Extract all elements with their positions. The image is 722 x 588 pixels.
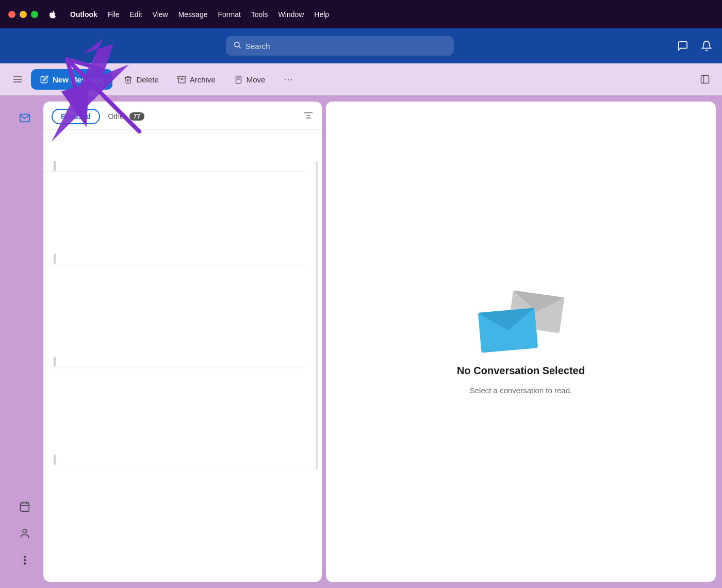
expand-button[interactable] [696,71,714,88]
email-list-panel: Focused Other 77 [43,102,322,582]
move-button[interactable]: Move [227,69,273,90]
sidebar-item-calendar[interactable] [13,495,36,518]
close-button[interactable] [8,11,15,18]
move-label: Move [247,75,266,84]
content-area: Focused Other 77 [43,102,716,582]
sidebar-item-mail[interactable] [13,107,36,129]
more-button[interactable]: ··· [276,69,300,90]
menubar: Outlook File Edit View Message Format To… [0,0,722,28]
tab-focused[interactable]: Focused [52,109,100,124]
reading-pane: No Conversation Selected Select a conver… [326,102,716,582]
sidebar-item-more[interactable] [13,549,36,572]
menubar-window[interactable]: Window [273,8,309,21]
svg-rect-5 [177,76,186,78]
svg-line-1 [239,46,240,48]
delete-label: Delete [136,75,158,84]
svg-point-19 [24,563,26,564]
menubar-tools[interactable]: Tools [246,8,273,21]
other-count-badge: 77 [129,112,144,121]
toolbar-right [676,39,714,53]
new-message-button[interactable]: New Message [31,69,112,90]
sidebar-toggle-button[interactable] [8,70,27,89]
delete-button[interactable]: Delete [117,69,166,90]
archive-label: Archive [190,75,216,84]
menubar-view[interactable]: View [147,8,173,21]
menubar-outlook[interactable]: Outlook [65,8,103,21]
new-message-label: New Message [53,75,103,84]
sidebar-bottom [13,495,36,577]
menubar-edit[interactable]: Edit [124,8,147,21]
minimize-button[interactable] [20,11,27,18]
search-bar[interactable]: Search [226,36,454,56]
apple-menu[interactable] [46,8,59,21]
no-conversation-subtitle: Select a conversation to read. [470,386,572,395]
toolbar: Search [0,28,722,63]
search-label: Search [245,42,270,51]
svg-point-17 [24,556,26,558]
envelope-illustration [480,289,562,350]
maximize-button[interactable] [31,11,38,18]
main-layout: Focused Other 77 [0,95,722,588]
svg-rect-10 [701,76,709,83]
more-icon: ··· [284,74,293,85]
svg-rect-12 [21,503,29,512]
menubar-format[interactable]: Format [212,8,245,21]
svg-point-16 [23,529,26,533]
window-controls [8,11,38,18]
email-list-body[interactable] [43,130,322,582]
email-tabs: Focused Other 77 [43,102,322,130]
search-icon [233,41,241,51]
no-conversation-title: No Conversation Selected [457,365,585,377]
chat-button[interactable] [676,39,690,53]
sidebar [6,102,43,582]
menubar-message[interactable]: Message [173,8,213,21]
svg-point-18 [24,560,26,561]
menubar-file[interactable]: File [103,8,125,21]
filter-icon[interactable] [303,110,314,123]
envelope-front [478,308,538,352]
actionbar: New Message Delete Archive Move ··· [0,63,722,95]
notification-button[interactable] [699,39,714,53]
scrollbar[interactable] [316,161,318,470]
tab-other[interactable]: Other 77 [103,110,150,123]
archive-button[interactable]: Archive [170,69,223,90]
sidebar-item-contacts[interactable] [13,522,36,545]
menubar-help[interactable]: Help [309,8,334,21]
